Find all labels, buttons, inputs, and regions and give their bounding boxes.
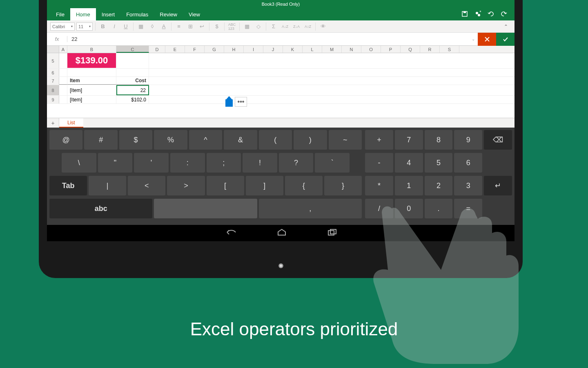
clear-icon[interactable]: ◇ — [254, 22, 263, 31]
bold-icon[interactable]: B — [98, 22, 108, 31]
row-header[interactable]: 8 — [47, 85, 59, 95]
grid-body[interactable]: 5 $139.00 6 7 Item Cost 8 — [47, 53, 514, 118]
key-gt[interactable]: > — [167, 176, 205, 195]
table-icon[interactable]: ▦ — [242, 22, 252, 31]
sum-icon[interactable]: Σ — [269, 22, 278, 31]
font-select[interactable]: Calibri▾ — [50, 22, 75, 31]
sort-desc-icon[interactable]: Z↓A — [292, 22, 301, 31]
key-equals[interactable]: = — [454, 199, 482, 218]
col-header[interactable]: B — [67, 46, 116, 53]
key-amp[interactable]: & — [224, 130, 257, 150]
home-icon[interactable] — [277, 229, 287, 238]
formula-cancel-button[interactable] — [478, 33, 496, 46]
key-plus[interactable]: + — [365, 130, 393, 150]
share-icon[interactable]: + — [474, 11, 481, 18]
tab-insert[interactable]: Insert — [96, 8, 121, 20]
key-rbrace[interactable]: } — [324, 176, 362, 195]
key-percent[interactable]: % — [154, 130, 187, 150]
find-icon[interactable]: 👁 — [318, 22, 328, 31]
back-icon[interactable] — [225, 229, 236, 238]
tab-review[interactable]: Review — [154, 8, 183, 20]
add-sheet-button[interactable]: + — [47, 118, 59, 128]
cell-context-button[interactable]: ••• — [235, 97, 247, 107]
key-0[interactable]: 0 — [395, 199, 423, 218]
recents-icon[interactable] — [327, 229, 337, 238]
col-header[interactable]: I — [244, 46, 263, 53]
key-colon[interactable]: : — [170, 153, 205, 173]
key-lt[interactable]: < — [128, 176, 165, 195]
col-header[interactable]: L — [303, 46, 322, 53]
key-bslash[interactable]: \ — [62, 153, 96, 173]
key-rbracket[interactable]: ] — [246, 176, 283, 195]
key-pipe[interactable]: | — [89, 176, 126, 195]
tab-home[interactable]: Home — [70, 8, 96, 20]
key-3[interactable]: 3 — [454, 176, 482, 195]
number-format-icon[interactable]: ABC123 — [227, 22, 237, 31]
col-header[interactable]: Q — [401, 46, 420, 53]
key-backtick[interactable]: ` — [315, 153, 350, 173]
col-header[interactable]: H — [224, 46, 244, 53]
col-header[interactable]: R — [420, 46, 440, 53]
font-color-icon[interactable]: A — [159, 22, 169, 31]
col-header[interactable]: G — [205, 46, 224, 53]
row-header[interactable]: 9 — [47, 96, 59, 103]
col-header[interactable]: J — [263, 46, 283, 53]
merge-icon[interactable]: ⊞ — [185, 22, 195, 31]
save-icon[interactable] — [461, 11, 468, 18]
key-semi[interactable]: ; — [207, 153, 241, 173]
align-icon[interactable]: ≡ — [174, 22, 184, 31]
key-rparen[interactable]: ) — [294, 130, 327, 150]
select-all-corner[interactable] — [47, 46, 59, 53]
home-button[interactable] — [278, 263, 283, 268]
key-question[interactable]: ? — [279, 153, 314, 173]
key-8[interactable]: 8 — [425, 130, 453, 150]
col-header[interactable]: K — [283, 46, 303, 53]
formula-confirm-button[interactable] — [496, 33, 514, 46]
tab-file[interactable]: File — [50, 8, 70, 20]
key-lbracket[interactable]: [ — [207, 176, 244, 195]
redo-icon[interactable] — [501, 11, 507, 18]
row-header[interactable]: 6 — [47, 69, 59, 76]
col-header[interactable]: P — [381, 46, 401, 53]
key-dollar[interactable]: $ — [119, 130, 152, 150]
fill-color-icon[interactable]: ◊ — [147, 22, 157, 31]
tab-formulas[interactable]: Formulas — [120, 8, 154, 20]
key-squote[interactable]: ' — [134, 153, 169, 173]
header-item[interactable]: Item — [67, 77, 116, 85]
key-5[interactable]: 5 — [425, 153, 453, 173]
item-cell[interactable]: [Item] — [67, 96, 116, 103]
key-lbrace[interactable]: { — [285, 176, 323, 195]
key-tilde[interactable]: ~ — [329, 130, 362, 150]
key-dot[interactable]: . — [425, 199, 453, 218]
row-header[interactable]: 7 — [47, 77, 59, 85]
collapse-ribbon-icon[interactable]: ⌃ — [504, 24, 511, 29]
undo-icon[interactable] — [488, 11, 494, 18]
filter-icon[interactable]: A↕Z — [303, 22, 313, 31]
key-tab[interactable]: Tab — [49, 176, 87, 195]
border-icon[interactable]: ▦ — [136, 22, 146, 31]
formula-input[interactable]: 22 — [67, 36, 469, 42]
key-abc[interactable]: abc — [49, 199, 152, 218]
key-9[interactable]: 9 — [454, 130, 482, 150]
key-1[interactable]: 1 — [395, 176, 423, 195]
col-header[interactable]: C — [116, 46, 149, 53]
header-cost[interactable]: Cost — [116, 77, 149, 85]
key-minus[interactable]: - — [365, 153, 393, 173]
key-caret[interactable]: ^ — [189, 130, 222, 150]
key-lparen[interactable]: ( — [259, 130, 292, 150]
underline-icon[interactable]: U — [121, 22, 131, 31]
price-total-cell[interactable]: $139.00 — [67, 53, 116, 68]
wrap-icon[interactable]: ↩ — [197, 22, 207, 31]
key-space[interactable] — [154, 199, 257, 218]
col-header[interactable]: N — [342, 46, 361, 53]
key-7[interactable]: 7 — [395, 130, 423, 150]
key-comma[interactable]: , — [259, 199, 362, 218]
key-2[interactable]: 2 — [425, 176, 453, 195]
tab-view[interactable]: View — [183, 8, 206, 20]
col-header[interactable]: S — [440, 46, 459, 53]
col-header[interactable]: F — [185, 46, 205, 53]
sort-asc-icon[interactable]: A↓Z — [280, 22, 290, 31]
col-header[interactable]: E — [165, 46, 185, 53]
key-at[interactable]: @ — [49, 130, 82, 150]
key-slash[interactable]: / — [365, 199, 393, 218]
